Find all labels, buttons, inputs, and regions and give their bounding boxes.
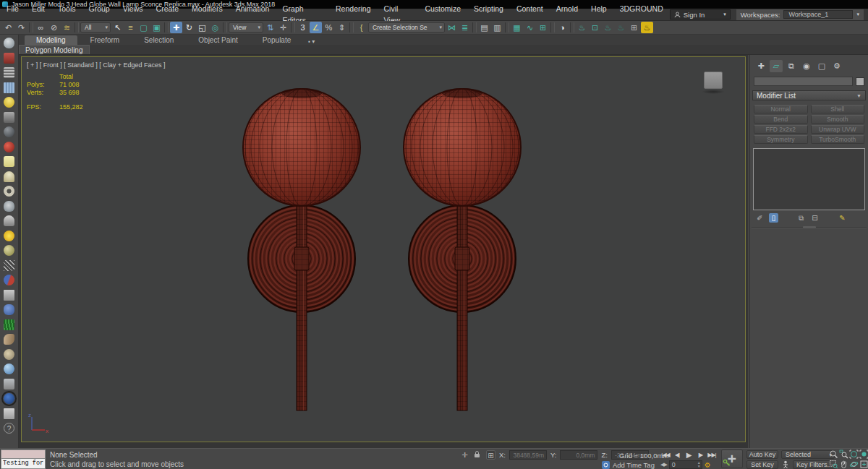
character-icon[interactable] xyxy=(781,460,790,469)
teapot-icon[interactable] xyxy=(4,38,14,48)
lamp-sconce-right[interactable] xyxy=(404,88,521,410)
modifier-list-dropdown[interactable]: Modifier List ▼ xyxy=(752,90,866,100)
isolate-selection-icon[interactable]: ✛ xyxy=(460,450,469,460)
teapot2-icon[interactable] xyxy=(4,201,14,212)
envelope-icon[interactable] xyxy=(4,290,14,301)
tab-motion-icon[interactable]: ◉ xyxy=(800,60,813,72)
rendered-frame-window-icon[interactable]: ⊡ xyxy=(589,22,601,33)
scatter-icon[interactable] xyxy=(4,260,14,271)
curve-editor-icon[interactable]: ∿ xyxy=(524,22,536,33)
named-selection-dropdown[interactable]: Create Selection Se xyxy=(368,22,445,33)
ribbon-tab-freeform[interactable]: Freeform xyxy=(79,35,132,45)
ribbon-minimize-icon[interactable]: ▪ ▾ xyxy=(304,38,319,45)
absolute-mode-icon[interactable]: ⊞ xyxy=(486,450,495,460)
material-editor-icon[interactable]: ◑ xyxy=(556,22,569,33)
torus-icon[interactable] xyxy=(4,186,14,197)
tab-modify-icon[interactable]: ▱ xyxy=(770,60,783,72)
align-icon[interactable]: ≣ xyxy=(459,22,471,33)
selection-filter-dropdown[interactable]: All xyxy=(80,22,111,33)
bird-icon[interactable] xyxy=(4,334,14,345)
render-production-icon[interactable]: ♨ xyxy=(602,22,614,33)
modifier-button[interactable]: Normal xyxy=(754,105,808,113)
show-end-result-icon[interactable]: ▯ xyxy=(769,213,778,223)
rock-blue-icon[interactable] xyxy=(4,304,14,315)
render-preset-icon[interactable]: ⊞ xyxy=(628,22,640,33)
percent-snap-icon[interactable]: % xyxy=(323,22,335,33)
schematic-window-icon[interactable] xyxy=(4,53,14,64)
chevron-down-icon[interactable]: ▾ xyxy=(856,12,859,17)
previous-frame-button[interactable]: ◀| xyxy=(672,450,682,460)
select-object-icon[interactable]: ↖ xyxy=(111,22,124,33)
scene-explorer-icon[interactable]: ▤ xyxy=(478,22,490,33)
select-by-name-icon[interactable]: ≡ xyxy=(124,22,137,33)
list-window-icon[interactable] xyxy=(4,67,14,78)
tab-utilities-icon[interactable]: ⚙ xyxy=(830,60,843,72)
go-to-end-button[interactable]: ▶▶| xyxy=(707,450,717,460)
y-coordinate-field[interactable]: 0,0mm xyxy=(560,450,597,460)
macro-recorder-pane[interactable] xyxy=(1,449,46,459)
ribbon-tab-modeling[interactable]: Modeling xyxy=(25,35,77,45)
shell-icon[interactable] xyxy=(4,349,14,360)
select-and-manipulate-icon[interactable]: ✛ xyxy=(277,22,289,33)
spheres-red-icon[interactable] xyxy=(4,142,14,152)
lightbulb-icon[interactable] xyxy=(4,97,14,108)
redo-icon[interactable]: ↷ xyxy=(15,22,27,33)
zoom-extents-all-icon[interactable] xyxy=(859,449,868,459)
make-unique-icon[interactable]: ⧉ xyxy=(796,213,806,223)
ribbon-tab-object-paint[interactable]: Object Paint xyxy=(187,35,249,45)
select-and-scale-icon[interactable]: ◱ xyxy=(196,22,208,33)
key-selection-set-dropdown[interactable]: Selected xyxy=(781,450,835,459)
object-color-swatch[interactable] xyxy=(856,77,864,86)
sphere-blue-icon[interactable] xyxy=(4,363,14,374)
auto-key-button[interactable]: Auto Key xyxy=(746,450,778,459)
select-and-move-icon[interactable]: ✚ xyxy=(170,22,182,33)
x-coordinate-field[interactable]: 38488,59m xyxy=(509,450,547,460)
zoom-all-icon[interactable] xyxy=(839,449,848,459)
spinner-snap-icon[interactable]: ⇕ xyxy=(336,22,348,33)
remove-modifier-icon[interactable]: ⊟ xyxy=(810,213,820,223)
layer-explorer-icon[interactable]: ▥ xyxy=(491,22,503,33)
sphere-banded-icon[interactable] xyxy=(4,393,14,404)
sphere-olive-icon[interactable] xyxy=(4,245,14,256)
zoom-icon[interactable] xyxy=(829,449,838,459)
modifier-button[interactable]: Bend xyxy=(754,115,808,124)
render-setup-icon[interactable]: ♨ xyxy=(576,22,588,33)
spreadsheet-icon[interactable] xyxy=(4,82,14,93)
clipboard-icon[interactable] xyxy=(4,379,14,390)
ribbon-panel-polygon-modeling[interactable]: Polygon Modeling xyxy=(19,45,90,54)
lamp-models-canvas[interactable] xyxy=(22,57,745,442)
unlink-selection-icon[interactable]: ⊘ xyxy=(48,22,60,33)
pan-hand-icon[interactable] xyxy=(839,460,848,469)
maxscript-mini-listener[interactable]: Testing for i xyxy=(1,449,46,469)
viewcube[interactable] xyxy=(702,72,725,93)
viewport-front[interactable]: [ + ] [ Front ] [ Standard ] [ Clay + Ed… xyxy=(21,56,746,442)
orbit-icon[interactable] xyxy=(849,460,859,469)
lamp-sconce-left[interactable] xyxy=(243,88,360,410)
sign-in-button[interactable]: Sign In ▾ xyxy=(670,9,731,20)
reference-coordinate-dropdown[interactable]: View xyxy=(229,22,263,33)
angle-snap-icon[interactable]: ∠ xyxy=(310,22,322,33)
selection-lock-icon[interactable] xyxy=(473,450,482,460)
viewcube-face[interactable] xyxy=(704,72,723,89)
schematic-view-icon[interactable]: ⊞ xyxy=(537,22,549,33)
add-time-tag[interactable]: Add Time Tag xyxy=(602,461,655,469)
maximize-viewport-icon[interactable] xyxy=(859,460,868,469)
set-keys-button[interactable]: + xyxy=(721,449,743,468)
object-name-field[interactable] xyxy=(754,77,853,86)
ribbon-tab-selection[interactable]: Selection xyxy=(132,35,185,45)
sphere-gray-icon[interactable] xyxy=(4,126,14,137)
select-and-place-icon[interactable]: ◎ xyxy=(209,22,221,33)
dome-icon[interactable] xyxy=(4,171,14,182)
select-and-rotate-icon[interactable]: ↻ xyxy=(183,22,195,33)
ribbon-toggle-icon[interactable]: ▦ xyxy=(511,22,523,33)
projector-icon[interactable] xyxy=(4,112,14,123)
document-icon[interactable] xyxy=(4,408,14,419)
render-iterative-icon[interactable]: ♨ xyxy=(615,22,627,33)
current-frame-field[interactable]: 0 ▲▼ xyxy=(669,460,702,469)
window-crossing-icon[interactable]: ▣ xyxy=(150,22,163,33)
pin-stack-icon[interactable]: ✐ xyxy=(755,213,765,223)
frame-spinner[interactable]: ▲▼ xyxy=(697,461,701,468)
next-frame-button[interactable]: |▶ xyxy=(695,450,705,460)
grass-icon[interactable] xyxy=(4,319,14,330)
spheres-pair-icon[interactable] xyxy=(4,275,14,285)
